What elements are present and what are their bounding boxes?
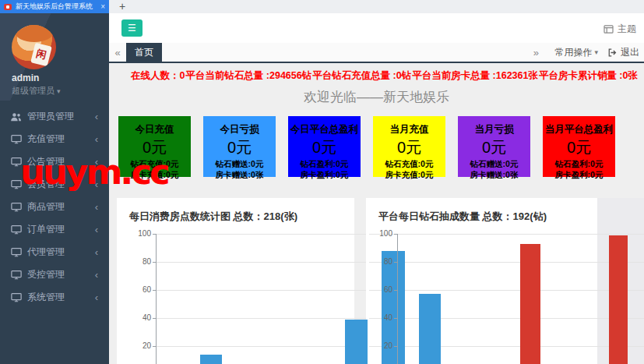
- scroll-tabs-right-icon[interactable]: »: [527, 47, 544, 58]
- sidebar-item-4[interactable]: 商品管理‹: [0, 196, 109, 218]
- caret-down-icon: ▾: [594, 48, 598, 56]
- sidebar-item-label: 管理员管理: [27, 110, 95, 123]
- stat-diamond-recharge-total: 平台钻石充值总量 :0钻: [312, 69, 411, 83]
- tab-close-icon[interactable]: ×: [100, 3, 105, 11]
- profile-panel: 闲 admin 超级管理员 ▾: [0, 13, 109, 101]
- browser-tab-title: 新天地娱乐后台管理系统: [16, 2, 97, 12]
- y-tick-label: 20: [368, 341, 392, 350]
- stat-roomcard-total: 平台当前房卡总量 :162361张: [412, 69, 538, 83]
- gridline: [369, 290, 644, 291]
- theme-switcher[interactable]: 主题: [604, 23, 636, 36]
- page-content: 在线人数：0 平台当前钻石总量 :294656钻 平台钻石充值总量 :0钻 平台…: [109, 63, 644, 364]
- sidebar-item-0[interactable]: 管理员管理‹: [0, 105, 109, 128]
- gridline: [156, 290, 366, 291]
- chevron-left-icon: ‹: [95, 225, 98, 235]
- avatar[interactable]: 闲: [12, 25, 56, 69]
- summary-box-month-profit: 当月平台总盈利 0元 钻石盈利:0元 房卡盈利:0元: [543, 116, 615, 177]
- logout-icon: [608, 48, 618, 57]
- scroll-tabs-left-icon[interactable]: «: [109, 43, 126, 62]
- screen: 新天地娱乐后台管理系统 × + 闲 admin 超级管理员 ▾ 管理员管理‹充值…: [0, 0, 644, 364]
- box-amount: 0元: [543, 137, 615, 158]
- y-tick-label: 100: [368, 229, 392, 238]
- sidebar-item-label: 受控管理: [27, 268, 95, 281]
- sidebar-item-label: 充值管理: [27, 133, 95, 146]
- main-area: ☰ 主题 « 首页 » 常用操作 ▾ 退出: [109, 13, 644, 364]
- quick-operations-dropdown[interactable]: 常用操作 ▾: [554, 46, 598, 59]
- monitor-icon: [11, 224, 23, 235]
- chart-title: 每日消费房点数统计图 总数：218(张): [117, 198, 354, 224]
- bar[interactable]: [419, 294, 441, 364]
- chevron-left-icon: ‹: [95, 112, 98, 122]
- sidebar-item-1[interactable]: 充值管理‹: [0, 128, 109, 150]
- sidebar-item-6[interactable]: 代理管理‹: [0, 241, 109, 263]
- tabs-right-cluster: » 常用操作 ▾ 退出: [527, 43, 644, 62]
- box-line2: 房卡盈利:0元: [288, 169, 361, 180]
- menu-toggle-button[interactable]: ☰: [121, 19, 143, 37]
- logout-label: 退出: [621, 46, 639, 59]
- box-amount: 0元: [373, 137, 445, 158]
- monitor-icon: [11, 247, 23, 257]
- gridline: [156, 346, 366, 347]
- box-line2: 房卡充值:0元: [373, 169, 445, 180]
- avatar-tile: 闲: [30, 43, 52, 67]
- chevron-left-icon: ‹: [95, 248, 98, 257]
- sidebar-item-5[interactable]: 订单管理‹: [0, 218, 109, 241]
- y-tick-label: 40: [368, 313, 392, 322]
- sidebar-menu: 管理员管理‹充值管理‹公告管理‹会员管理‹商品管理‹订单管理‹代理管理‹受控管理…: [0, 105, 109, 309]
- y-tick-label: 20: [126, 341, 151, 350]
- box-line1: 钻石盈利:0元: [543, 158, 615, 169]
- y-tick-label: 60: [126, 285, 151, 294]
- welcome-banner: 欢迎光临——新天地娱乐: [109, 88, 644, 106]
- summary-box-today-profit: 今日平台总盈利 0元 钻石盈利:0元 房卡盈利:0元: [288, 116, 361, 177]
- box-line1: 钻石赠送:0元: [203, 158, 276, 169]
- box-line1: 钻石盈利:0元: [288, 158, 361, 169]
- box-title: 当月亏损: [458, 123, 530, 136]
- stat-diamond-total: 平台当前钻石总量 :294656钻: [185, 69, 311, 83]
- role-label: 超级管理员: [12, 86, 55, 95]
- bar[interactable]: [345, 320, 368, 364]
- monitor-icon: [11, 202, 23, 212]
- users-icon: [11, 111, 23, 122]
- stat-online-users: 在线人数：0: [131, 69, 185, 83]
- favicon-icon: [4, 4, 12, 10]
- gridline: [369, 346, 644, 347]
- summary-box-month-loss: 当月亏损 0元 钻石赠送:0元 房卡赠送:0张: [458, 116, 530, 177]
- summary-boxes-row: 今日充值 0元 钻石充值:0元 房卡充值:0元 今日亏损 0元 钻石赠送:0元 …: [109, 106, 644, 177]
- sidebar-item-label: 订单管理: [27, 223, 95, 236]
- bar[interactable]: [200, 355, 222, 364]
- y-axis: [397, 234, 398, 364]
- y-axis: [156, 234, 157, 364]
- sidebar-item-7[interactable]: 受控管理‹: [0, 263, 109, 286]
- chart-diamond-commission: 20406080100 平台每日钻石抽成数量 总数：192(钻): [366, 198, 644, 364]
- box-line2: 房卡赠送:0张: [458, 169, 530, 180]
- role-dropdown[interactable]: 超级管理员 ▾: [12, 85, 61, 97]
- chevron-left-icon: ‹: [95, 203, 98, 212]
- browser-tab[interactable]: 新天地娱乐后台管理系统 ×: [0, 0, 109, 13]
- stats-row: 在线人数：0 平台当前钻石总量 :294656钻 平台钻石充值总量 :0钻 平台…: [109, 63, 644, 83]
- monitor-icon: [11, 292, 23, 302]
- logout-button[interactable]: 退出: [608, 46, 639, 59]
- gridline: [369, 262, 644, 263]
- quick-operations-label: 常用操作: [554, 46, 592, 59]
- monitor-icon: [11, 134, 23, 144]
- theme-icon: [604, 25, 614, 34]
- box-line1: 钻石充值:0元: [373, 158, 445, 169]
- box-amount: 0元: [288, 137, 361, 158]
- box-amount: 0元: [458, 137, 530, 158]
- box-title: 今日亏损: [203, 123, 276, 136]
- y-tick-label: 80: [126, 257, 151, 266]
- box-amount: 0元: [203, 137, 276, 158]
- sidebar-item-8[interactable]: 系统管理‹: [0, 286, 109, 309]
- box-line1: 钻石赠送:0元: [458, 158, 530, 169]
- box-line2: 房卡赠送:0张: [203, 169, 276, 180]
- tab-home[interactable]: 首页: [126, 43, 162, 62]
- theme-label: 主题: [618, 23, 636, 36]
- box-line2: 房卡盈利:0元: [543, 169, 615, 180]
- top-header: ☰ 主题: [109, 13, 644, 43]
- bar[interactable]: [520, 244, 540, 364]
- summary-box-today-loss: 今日亏损 0元 钻石赠送:0元 房卡赠送:0张: [203, 116, 276, 177]
- new-tab-button[interactable]: +: [115, 0, 129, 13]
- box-title: 当月充值: [373, 123, 445, 136]
- box-title: 当月平台总盈利: [543, 123, 615, 136]
- bar[interactable]: [609, 235, 628, 364]
